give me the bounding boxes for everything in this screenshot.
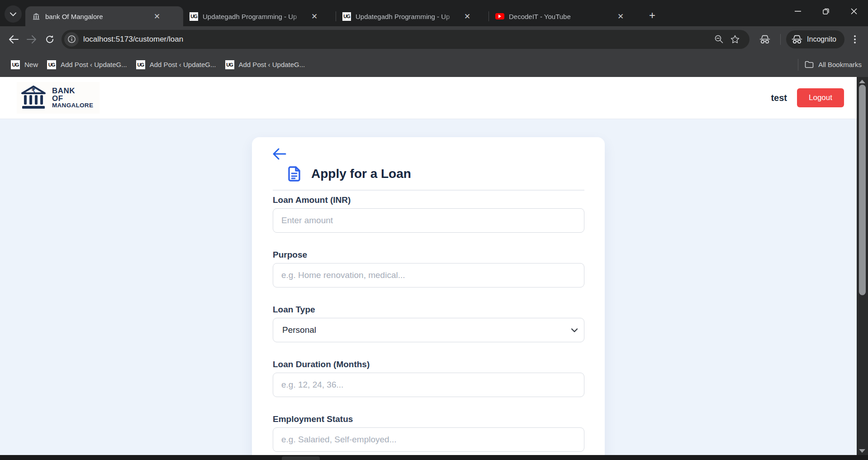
bank-logo-text: BANK OF MANGALORE (52, 87, 93, 109)
bookmark-label: Add Post ‹ UpdateG... (150, 61, 216, 68)
bank-favicon-icon (32, 12, 41, 21)
site-info-button[interactable] (64, 32, 79, 47)
tab-title: bank Of Mangalore (45, 13, 148, 20)
restore-button[interactable] (812, 0, 840, 23)
loan-amount-input[interactable] (273, 208, 584, 233)
tab-close-icon[interactable]: ✕ (461, 10, 473, 22)
loan-duration-input[interactable] (273, 373, 584, 397)
field-loan-amount: Loan Amount (INR) (273, 195, 584, 233)
loan-amount-label: Loan Amount (INR) (273, 195, 584, 205)
incognito-extension-button[interactable] (756, 30, 774, 48)
minimize-icon (795, 11, 801, 12)
close-window-button[interactable] (840, 0, 868, 23)
folder-icon (805, 61, 814, 68)
scrollbar-up-arrow-icon[interactable] (859, 80, 865, 83)
purpose-label: Purpose (273, 250, 584, 260)
minimize-button[interactable] (784, 0, 812, 23)
chevron-down-icon (10, 12, 16, 16)
bookmark-add-post-2[interactable]: UG Add Post ‹ UpdateG... (132, 57, 221, 72)
back-to-dashboard-button[interactable] (273, 147, 293, 161)
youtube-favicon-icon (495, 12, 504, 21)
ug-favicon-icon: UG (225, 60, 234, 69)
incognito-icon (792, 35, 802, 44)
bank-logo: ₹ BANK OF MANGALORE (17, 82, 100, 114)
back-button[interactable] (5, 30, 23, 48)
bookmark-new[interactable]: UG New (6, 57, 43, 72)
kebab-icon (854, 35, 856, 43)
bookmarks-bar: UG New UG Add Post ‹ UpdateG... UG Add P… (0, 52, 868, 77)
new-tab-button[interactable]: + (645, 8, 660, 23)
scrollbar-down-arrow-icon[interactable] (859, 449, 865, 453)
document-icon (288, 166, 300, 182)
tab-decodeit-youtube[interactable]: DecodeIT - YouTube ✕ (489, 6, 642, 26)
bookmark-label: Add Post ‹ UpdateG... (239, 61, 305, 68)
bank-building-icon: ₹ (20, 86, 47, 110)
zoom-out-icon (715, 35, 723, 43)
ug-favicon-icon: UG (47, 60, 56, 69)
url-text[interactable]: localhost:5173/customer/loan (83, 35, 711, 44)
scrollbar-thumb[interactable] (859, 85, 866, 295)
loan-application-card: Apply for a Loan Loan Amount (INR) Purpo… (252, 137, 605, 455)
tab-close-icon[interactable]: ✕ (615, 10, 626, 22)
brand-line: BANK (52, 87, 93, 95)
browser-toolbar: localhost:5173/customer/loan Incognito (0, 26, 868, 52)
ug-favicon-icon: UG (190, 12, 198, 21)
loan-duration-label: Loan Duration (Months) (273, 359, 584, 369)
ug-favicon-icon: UG (136, 60, 145, 69)
divider (273, 190, 584, 191)
bookmark-star-button[interactable] (727, 31, 743, 48)
tab-close-icon[interactable]: ✕ (308, 10, 320, 22)
page-scrollbar[interactable] (857, 77, 868, 455)
incognito-label: Incognito (807, 35, 836, 43)
site-header: ₹ BANK OF MANGALORE test Logout (0, 77, 857, 119)
tab-search-button[interactable] (5, 5, 22, 23)
card-title-row: Apply for a Loan (273, 166, 584, 182)
tab-title: DecodeIT - YouTube (509, 13, 612, 20)
loan-type-label: Loan Type (273, 305, 584, 315)
tab-bank-of-mangalore[interactable]: bank Of Mangalore ✕ (25, 6, 183, 26)
info-icon (68, 35, 76, 43)
reload-icon (45, 35, 54, 44)
zoom-out-indicator-button[interactable] (711, 31, 727, 48)
browser-menu-button[interactable] (847, 32, 863, 47)
browser-window: bank Of Mangalore ✕ UG Updategadh Progra… (0, 0, 868, 460)
purpose-input[interactable] (273, 263, 584, 288)
ug-favicon-icon: UG (342, 12, 351, 21)
brand-line: OF (52, 95, 93, 102)
field-employment-status: Employment Status (273, 414, 584, 452)
ug-favicon-icon: UG (11, 60, 20, 69)
reload-button[interactable] (41, 30, 59, 48)
employment-status-label: Employment Status (273, 414, 584, 424)
bookmark-label: Add Post ‹ UpdateG... (61, 61, 127, 68)
brand-line: MANGALORE (52, 102, 93, 109)
tab-updategadh-1[interactable]: UG Updategadh Programming - Up ✕ (183, 6, 336, 26)
incognito-glyph-icon (759, 35, 770, 44)
field-loan-duration: Loan Duration (Months) (273, 359, 584, 397)
loan-type-select[interactable]: Personal (273, 318, 584, 342)
tab-close-icon[interactable]: ✕ (151, 10, 163, 22)
forward-button[interactable] (23, 30, 41, 48)
tab-title: Updategadh Programming - Up (203, 13, 306, 20)
page-viewport: ₹ BANK OF MANGALORE test Logout (0, 77, 868, 455)
bookmarks-separator (798, 59, 798, 71)
incognito-badge: Incognito (786, 30, 844, 48)
employment-status-input[interactable] (273, 427, 584, 452)
arrow-left-icon (273, 148, 286, 160)
logout-button[interactable]: Logout (797, 88, 844, 107)
chevron-down-icon (571, 328, 578, 332)
bookmark-add-post-3[interactable]: UG Add Post ‹ UpdateG... (221, 57, 310, 72)
page-title: Apply for a Loan (311, 167, 411, 181)
field-loan-type: Loan Type Personal (273, 305, 584, 342)
field-purpose: Purpose (273, 250, 584, 288)
bookmark-label: New (24, 61, 38, 68)
toolbar-separator (780, 34, 781, 45)
tab-updategadh-2[interactable]: UG Updategadh Programming - Up ✕ (336, 6, 489, 26)
taskbar-item (282, 456, 320, 460)
star-icon (730, 35, 740, 43)
window-controls (784, 0, 868, 23)
all-bookmarks-button[interactable]: All Bookmarks (805, 61, 862, 68)
svg-text:₹: ₹ (32, 87, 36, 94)
forward-icon (27, 35, 37, 43)
address-bar[interactable]: localhost:5173/customer/loan (62, 30, 749, 49)
bookmark-add-post-1[interactable]: UG Add Post ‹ UpdateG... (43, 57, 132, 72)
